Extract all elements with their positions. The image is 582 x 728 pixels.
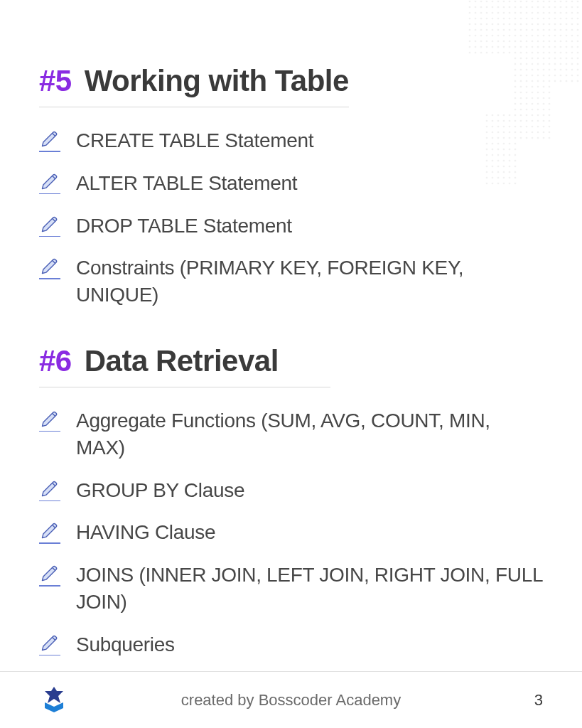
- list-item-text: CREATE TABLE Statement: [76, 127, 313, 154]
- section-number: #6: [39, 344, 72, 378]
- section-heading: #5 Working with Table: [39, 64, 349, 107]
- pencil-icon: [39, 213, 60, 237]
- pencil-icon: [39, 477, 60, 502]
- list-item: ALTER TABLE Statement: [39, 170, 543, 197]
- page-content: #5 Working with Table CREATE TABLE State…: [0, 0, 582, 658]
- list-item-text: DROP TABLE Statement: [76, 213, 292, 240]
- bosscoder-logo-icon: [39, 685, 69, 715]
- pencil-icon: [39, 562, 60, 587]
- pencil-icon: [39, 255, 60, 279]
- list-item: Constraints (PRIMARY KEY, FOREIGN KEY, U…: [39, 255, 543, 309]
- list-item-text: Aggregate Functions (SUM, AVG, COUNT, MI…: [76, 407, 543, 461]
- pencil-icon: [39, 127, 60, 152]
- page-number: 3: [534, 691, 543, 710]
- section-title: Data Retrieval: [85, 344, 279, 378]
- section-6: #6 Data Retrieval Aggregate Functions (S…: [39, 344, 543, 658]
- pencil-icon: [39, 407, 60, 432]
- list-item: Subqueries: [39, 631, 543, 658]
- list-item: DROP TABLE Statement: [39, 213, 543, 240]
- pencil-icon: [39, 631, 60, 656]
- section-5: #5 Working with Table CREATE TABLE State…: [39, 64, 543, 309]
- list-item-text: HAVING Clause: [76, 519, 215, 546]
- list-item: CREATE TABLE Statement: [39, 127, 543, 154]
- list-item-text: ALTER TABLE Statement: [76, 170, 297, 197]
- section-6-items: Aggregate Functions (SUM, AVG, COUNT, MI…: [39, 407, 543, 658]
- list-item: Aggregate Functions (SUM, AVG, COUNT, MI…: [39, 407, 543, 461]
- list-item-text: JOINS (INNER JOIN, LEFT JOIN, RIGHT JOIN…: [76, 562, 543, 616]
- list-item: GROUP BY Clause: [39, 477, 543, 504]
- section-number: #5: [39, 64, 72, 98]
- section-5-items: CREATE TABLE Statement ALTER TABLE State…: [39, 127, 543, 309]
- pencil-icon: [39, 519, 60, 544]
- section-title: Working with Table: [85, 64, 349, 98]
- footer-credit: created by Bosscoder Academy: [181, 691, 401, 710]
- page-footer: created by Bosscoder Academy 3: [0, 671, 582, 728]
- list-item: HAVING Clause: [39, 519, 543, 546]
- list-item-text: Constraints (PRIMARY KEY, FOREIGN KEY, U…: [76, 255, 543, 309]
- list-item: JOINS (INNER JOIN, LEFT JOIN, RIGHT JOIN…: [39, 562, 543, 616]
- section-heading: #6 Data Retrieval: [39, 344, 330, 387]
- pencil-icon: [39, 170, 60, 195]
- list-item-text: GROUP BY Clause: [76, 477, 244, 504]
- list-item-text: Subqueries: [76, 631, 175, 658]
